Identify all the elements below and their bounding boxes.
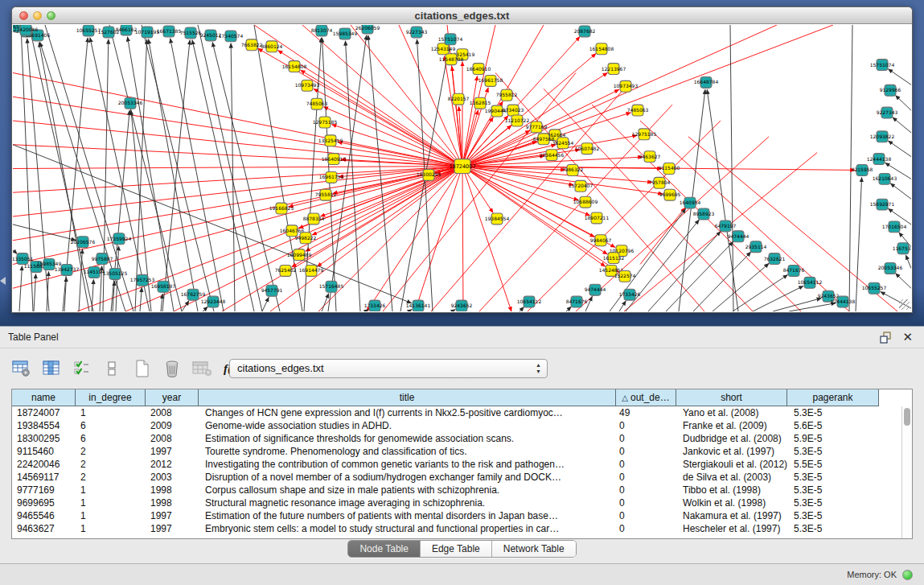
graph-node-label: 15720407 [569, 183, 593, 188]
table-cell: 14569117 [12, 471, 76, 484]
graph-edge [462, 167, 615, 248]
graph-node-label: 15751074 [438, 36, 463, 42]
graph-edge [198, 25, 262, 311]
graph-node-label: 11210722 [505, 117, 530, 123]
table-row[interactable]: 1456911722003Disruption of a novel membe… [12, 471, 901, 484]
table-settings-icon[interactable] [11, 358, 32, 379]
table-scrollbar[interactable] [901, 406, 912, 538]
rows-icon[interactable] [101, 358, 122, 379]
graph-edge [13, 167, 462, 289]
graph-node-label: 3624554 [552, 140, 574, 146]
graph-node-label: 16961758 [478, 77, 503, 83]
column-header-out_de[interactable]: △out_de… [616, 389, 676, 406]
table-cell: 18724007 [12, 406, 76, 419]
graph-node-label: 9474444 [728, 233, 749, 239]
table-row[interactable]: 946362711997Embryonic stem cells: a mode… [12, 522, 901, 535]
table-toolbar: f(x) citations_edges.txt ▲▼ [11, 358, 248, 381]
table-cell: 5.3E-5 [787, 522, 879, 535]
graph-node-label: 7485063 [306, 101, 328, 106]
table-cell: 1 [76, 496, 146, 509]
graph-node-label: 1167533 [893, 245, 911, 251]
table-row[interactable]: 946554611997Estimation of the future num… [12, 509, 901, 522]
window-title: citations_edges.txt [12, 7, 912, 24]
column-header-year[interactable]: year [146, 389, 199, 406]
graph-edge [111, 110, 129, 311]
table-row[interactable]: 1938455462009Genome-wide association stu… [12, 419, 901, 432]
graph-edge [666, 241, 733, 311]
table-cell: 49 [616, 406, 676, 419]
table-row[interactable]: 911546021997Tourette syndrome. Phenomeno… [12, 445, 901, 458]
table-row[interactable]: 1830029562008Estimation of significance … [12, 432, 901, 445]
table-cell: Changes of HCN gene expression and I(f) … [199, 406, 616, 419]
graph-edge [19, 266, 22, 311]
checklist-icon[interactable] [72, 358, 92, 379]
column-header-pagerank[interactable]: pagerank [787, 389, 879, 406]
graph-node-label: 10654112 [798, 279, 823, 285]
graph-edge [519, 307, 524, 311]
graph-node-label: 8215958 [852, 167, 873, 172]
window-resize-grip[interactable] [899, 299, 910, 310]
column-header-title[interactable]: title [199, 389, 616, 406]
graph-node-label: 12543149 [431, 46, 456, 51]
table-cell: 6 [76, 419, 146, 432]
close-panel-icon[interactable]: ✕ [902, 330, 913, 344]
table-cell: Franke et al. (2009) [676, 419, 787, 432]
float-panel-icon[interactable] [879, 332, 892, 344]
graph-node-label: 15751074 [870, 62, 895, 68]
graph-node-label: 7957804 [649, 179, 671, 185]
graph-node-label: 10973493 [295, 82, 320, 88]
table-row[interactable]: 2242004622012Investigating the contribut… [12, 458, 901, 471]
graph-edge [693, 252, 751, 311]
graph-node-label: 6734023 [503, 107, 524, 113]
graph-edge [888, 141, 911, 157]
graph-node-label: 16154808 [589, 46, 614, 51]
table-cell: 1998 [146, 484, 199, 496]
table-select-combo[interactable]: citations_edges.txt ▲▼ [229, 359, 548, 378]
graph-edge [203, 307, 207, 311]
tab-network-table[interactable]: Network Table [492, 541, 576, 558]
window-titlebar[interactable]: citations_edges.txt [12, 7, 912, 24]
table-cell: 1997 [146, 445, 199, 458]
column-header-name[interactable]: name [12, 389, 76, 406]
graph-node-label: 9227343 [406, 29, 428, 35]
graph-edge [462, 25, 833, 167]
graph-node-label: 12975185 [313, 119, 338, 125]
graph-edge [856, 177, 862, 311]
graph-edge [733, 274, 788, 311]
table-cell: 9465546 [12, 509, 76, 522]
table-cell: Genome-wide association studies in ADHD. [199, 419, 616, 432]
graph-edge [231, 43, 235, 311]
graph-edge [174, 167, 462, 311]
graph-node-label: 16961758 [319, 174, 344, 179]
table-cell: 0 [616, 471, 676, 484]
network-canvas[interactable]: 1872400776638228860124161548081097349374… [13, 25, 911, 311]
panel-collapse-arrow[interactable] [0, 277, 6, 285]
graph-edge [707, 89, 738, 311]
column-header-in_degree[interactable]: in_degree [76, 389, 146, 406]
table-cell: 2 [76, 458, 146, 471]
graph-node-label: 18640910 [466, 66, 491, 72]
graph-node-label: 9463627 [639, 154, 661, 159]
column-select-icon[interactable] [41, 358, 62, 379]
table-row[interactable]: 977716911998Corpus callosum shape and si… [12, 484, 901, 496]
graph-node-label: 2935114 [745, 244, 767, 249]
new-file-icon[interactable] [132, 358, 153, 379]
graph-edge [409, 310, 412, 311]
table-select-value: citations_edges.txt [237, 360, 324, 377]
tab-edge-table[interactable]: Edge Table [421, 541, 492, 558]
graph-edge [182, 301, 189, 311]
table-cell: Tourette syndrome. Phenomenology and cla… [199, 445, 616, 458]
trash-icon[interactable] [162, 358, 183, 379]
column-header-short[interactable]: short [676, 389, 787, 406]
scrollbar-thumb[interactable] [904, 408, 910, 426]
graph-node-label: 1145194 [84, 269, 105, 274]
network-graph[interactable]: 1872400776638228860124161548081097349374… [13, 25, 911, 311]
tab-node-table[interactable]: Node Table [348, 541, 421, 558]
table-cell: 9699695 [12, 496, 76, 509]
table-row[interactable]: 1872400712008Changes of HCN gene express… [12, 406, 901, 419]
graph-node-label: 7663822 [241, 42, 263, 47]
table-row[interactable]: 969969511998Structural magnetic resonanc… [12, 496, 901, 509]
table-cell: 5.9E-5 [787, 432, 879, 445]
graph-node-label: 9243652 [818, 293, 840, 299]
graph-edge [34, 274, 36, 311]
